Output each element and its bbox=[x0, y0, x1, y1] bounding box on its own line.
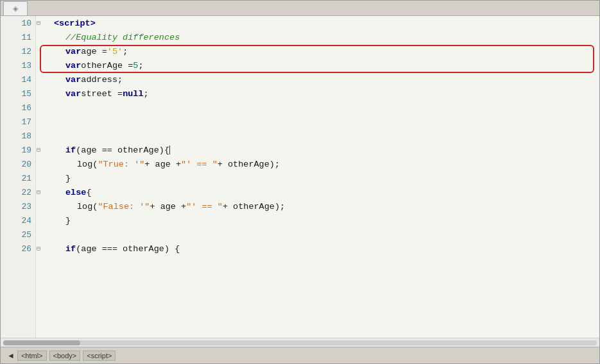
line-number-13: 13 bbox=[1, 58, 35, 72]
arrow-left-icon[interactable]: ◄ bbox=[7, 351, 15, 360]
token-plain: ( bbox=[92, 202, 98, 211]
token-log-str: "' == " bbox=[181, 160, 218, 169]
token-plain: } bbox=[65, 174, 71, 183]
token-plain: ; bbox=[144, 89, 149, 99]
token-plain: + age + bbox=[150, 202, 186, 211]
code-line-25 bbox=[42, 228, 599, 242]
code-line-19: if (age == otherAge) { bbox=[42, 143, 599, 157]
line-number-16: 16 bbox=[1, 101, 35, 115]
code-line-11: //Equality differences bbox=[42, 30, 599, 44]
line-number-12: 12 bbox=[1, 44, 35, 58]
code-line-21: } bbox=[42, 171, 599, 185]
tab-bar: ◈ bbox=[1, 1, 599, 16]
line-number-10: 10⊟ bbox=[1, 16, 35, 30]
scrollbar-thumb[interactable] bbox=[3, 340, 80, 345]
fold-icon-22[interactable]: ⊟ bbox=[37, 188, 40, 196]
token-plain: + otherAge); bbox=[223, 202, 285, 211]
tag-script[interactable]: <script> bbox=[83, 351, 116, 361]
token-kw: var bbox=[65, 47, 81, 56]
code-line-10: <script> bbox=[42, 16, 599, 30]
line-number-19: 19⊟ bbox=[1, 143, 35, 157]
tag-html[interactable]: <html> bbox=[17, 351, 47, 361]
code-line-23: log("False: '" + age + "' == " + otherAg… bbox=[42, 199, 599, 213]
token-plain: } bbox=[65, 216, 71, 226]
token-log-str: "' == " bbox=[186, 202, 223, 211]
line-numbers: 10⊟111213141516171819⊟202122⊟23242526⊟ bbox=[1, 16, 36, 338]
scrollbar-area[interactable] bbox=[1, 338, 599, 347]
token-kw: null bbox=[123, 89, 143, 99]
highlight-wrapper: var age = '5';var otherAge = 5; bbox=[42, 44, 599, 72]
tab-indicator: ◈ bbox=[13, 4, 18, 13]
token-plain: ; bbox=[123, 47, 128, 56]
token-str: '5' bbox=[107, 47, 123, 56]
code-line-16 bbox=[42, 101, 599, 115]
line-number-14: 14 bbox=[1, 72, 35, 87]
code-line-20: log("True: '" + age + "' == " + otherAge… bbox=[42, 157, 599, 171]
token-plain: ; bbox=[138, 61, 143, 70]
line-number-11: 11 bbox=[1, 30, 35, 44]
token-plain: (age === otherAge) { bbox=[76, 244, 180, 254]
token-plain: { bbox=[164, 145, 169, 155]
code-line-22: else { bbox=[42, 185, 599, 199]
line-number-25: 25 bbox=[1, 228, 35, 242]
code-line-12: var age = '5'; bbox=[42, 44, 599, 58]
line-number-22: 22⊟ bbox=[1, 185, 35, 199]
token-kw: else bbox=[65, 188, 86, 197]
line-number-21: 21 bbox=[1, 171, 35, 185]
line-number-26: 26⊟ bbox=[1, 242, 35, 256]
line-number-24: 24 bbox=[1, 213, 35, 228]
code-line-26: if (age === otherAge) { bbox=[42, 242, 599, 256]
token-plain: address; bbox=[81, 75, 123, 85]
token-plain: { bbox=[86, 188, 91, 197]
line-number-17: 17 bbox=[1, 115, 35, 129]
token-comment: //Equality differences bbox=[65, 33, 180, 42]
code-line-15: var street = null; bbox=[42, 87, 599, 101]
token-kw: var bbox=[65, 75, 81, 85]
token-kw: if bbox=[65, 244, 76, 254]
token-plain: street = bbox=[81, 89, 123, 99]
line-number-20: 20 bbox=[1, 157, 35, 171]
fold-icon-26[interactable]: ⊟ bbox=[37, 245, 40, 252]
token-kw: if bbox=[65, 145, 76, 155]
token-plain: (age == otherAge) bbox=[76, 145, 164, 155]
token-plain: + otherAge); bbox=[218, 160, 280, 169]
code-area[interactable]: <script>//Equality differencesvar age = … bbox=[36, 16, 599, 338]
code-line-13: var otherAge = 5; bbox=[42, 58, 599, 72]
token-log-str: "True: '" bbox=[98, 160, 144, 169]
text-cursor bbox=[169, 145, 170, 154]
token-plain: + age + bbox=[144, 160, 181, 169]
tag-body[interactable]: <body> bbox=[49, 351, 81, 361]
editor-body: 10⊟111213141516171819⊟202122⊟23242526⊟ <… bbox=[1, 16, 599, 338]
token-log-str: "False: '" bbox=[98, 202, 150, 211]
editor-window: ◈ 10⊟111213141516171819⊟202122⊟23242526⊟… bbox=[0, 0, 600, 364]
line-number-15: 15 bbox=[1, 87, 35, 101]
code-lines: <script>//Equality differencesvar age = … bbox=[36, 16, 599, 256]
token-fn: log bbox=[77, 202, 92, 211]
token-plain: otherAge = bbox=[81, 61, 133, 70]
token-kw: var bbox=[65, 89, 81, 99]
scrollbar-track[interactable] bbox=[3, 340, 597, 345]
fold-icon-19[interactable]: ⊟ bbox=[37, 146, 40, 154]
token-kw: var bbox=[65, 61, 81, 70]
token-fn: log bbox=[77, 160, 92, 169]
file-tab[interactable]: ◈ bbox=[3, 1, 28, 15]
code-line-24: } bbox=[42, 213, 599, 228]
line-number-23: 23 bbox=[1, 199, 35, 213]
code-line-14: var address; bbox=[42, 72, 599, 87]
token-kw: <script> bbox=[54, 19, 96, 28]
token-plain: age = bbox=[81, 47, 107, 56]
status-bar: ◄ <html> <body> <script> bbox=[1, 347, 599, 363]
line-number-18: 18 bbox=[1, 129, 35, 143]
token-num: 5 bbox=[133, 61, 138, 70]
code-line-18 bbox=[42, 129, 599, 143]
fold-icon-10[interactable]: ⊟ bbox=[37, 19, 40, 27]
token-plain: ( bbox=[92, 160, 98, 169]
code-line-17 bbox=[42, 115, 599, 129]
